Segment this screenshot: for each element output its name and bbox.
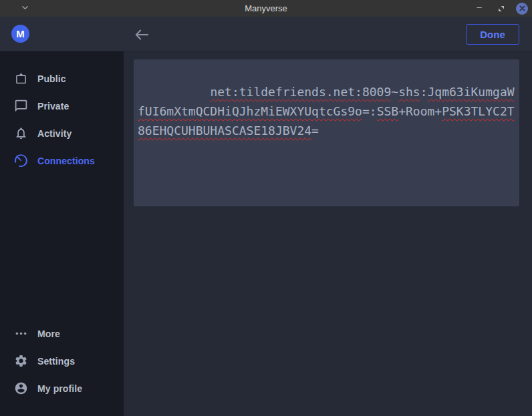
invite-text-segment: SSB <box>377 104 399 118</box>
invite-text-segment: =: <box>362 104 377 118</box>
back-arrow-icon[interactable] <box>133 26 150 43</box>
sidebar-item-label: Private <box>37 101 69 112</box>
invite-text-segment: : <box>420 85 428 99</box>
close-button[interactable] <box>516 3 528 15</box>
manyverse-logo: M <box>11 25 29 43</box>
window-menu-chevron-icon[interactable] <box>20 3 29 12</box>
app-body: M Done Public <box>0 17 532 416</box>
app-header: M Done <box>0 17 532 51</box>
sidebar-item-label: More <box>37 329 60 339</box>
speech-bubble-icon <box>14 99 28 113</box>
bell-icon <box>14 126 28 140</box>
invite-text-segment: net:tildefriends.net:8009 <box>210 85 391 99</box>
sidebar-item-connections[interactable]: Connections <box>0 147 124 174</box>
sidebar-item-private[interactable]: Private <box>0 92 124 120</box>
sidebar-item-activity[interactable]: Activity <box>0 120 124 147</box>
sidebar-item-label: Settings <box>37 356 75 367</box>
invite-text-segment: ~ <box>391 85 398 99</box>
gear-icon <box>14 354 28 368</box>
person-icon <box>14 381 28 395</box>
invite-code-text: net:tildefriends.net:8009~shs:Jqm63iKumg… <box>138 85 515 138</box>
invite-text-segment: shs <box>398 85 420 99</box>
invite-text-segment: +Room+ <box>398 104 442 118</box>
sidebar-item-more[interactable]: More <box>0 320 124 347</box>
invite-text-segment: = <box>311 124 319 138</box>
sidebar-item-public[interactable]: Public <box>0 65 124 92</box>
minimize-button[interactable]: – <box>472 0 487 15</box>
invite-code-input[interactable]: net:tildefriends.net:8009~shs:Jqm63iKumg… <box>134 59 519 206</box>
sidebar-item-settings[interactable]: Settings <box>0 347 124 375</box>
main-panel: net:tildefriends.net:8009~shs:Jqm63iKumg… <box>124 51 532 416</box>
sidebar-item-my-profile[interactable]: My profile <box>0 375 124 402</box>
bulletin-board-icon <box>14 71 28 85</box>
sidebar-item-label: Public <box>37 73 66 84</box>
sidebar: Public Private A <box>0 51 124 416</box>
restore-button[interactable] <box>494 1 509 16</box>
gauge-icon <box>14 154 28 168</box>
os-titlebar: Manyverse – <box>0 0 532 17</box>
sidebar-spacer <box>0 174 124 320</box>
window-controls: – <box>472 0 528 17</box>
sidebar-item-label: Connections <box>37 156 95 166</box>
manyverse-window: Manyverse – M <box>0 0 532 416</box>
ellipsis-icon <box>14 327 28 341</box>
content-row: Public Private A <box>0 51 532 416</box>
sidebar-item-label: Activity <box>37 128 72 139</box>
window-title: Manyverse <box>0 3 532 13</box>
sidebar-item-label: My profile <box>37 383 82 394</box>
sidebar-footer: More Settings <box>0 320 124 416</box>
done-button[interactable]: Done <box>466 24 519 45</box>
